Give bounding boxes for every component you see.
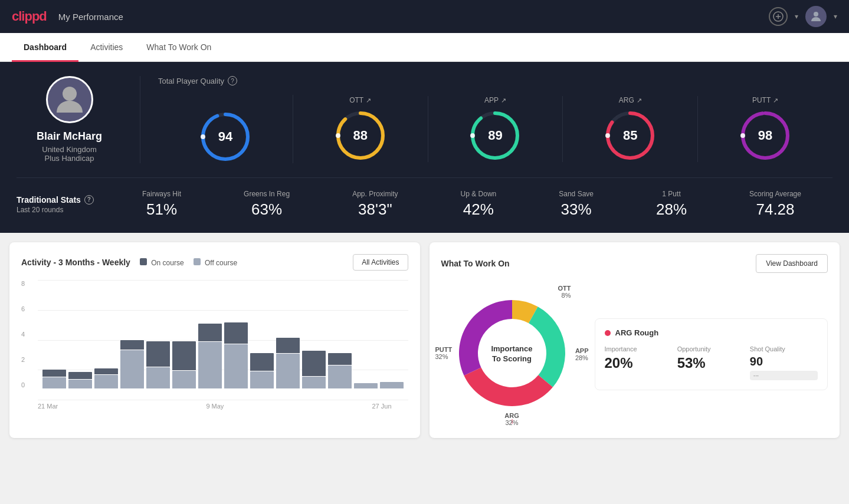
bar-off-5 — [172, 371, 196, 388]
stat-item-4: Sand Save 33% — [559, 190, 594, 219]
add-dropdown[interactable]: ▾ — [795, 12, 798, 21]
stat-item-1: Greens In Reg 63% — [244, 190, 290, 219]
player-info: Blair McHarg United Kingdom Plus Handica… — [17, 76, 140, 163]
svg-point-3 — [814, 12, 818, 17]
score-putt: PUTT ↗ 98 — [698, 96, 832, 162]
quality-section: Total Player Quality ? 94 OTT ↗ 88 — [140, 76, 832, 163]
svg-point-10 — [336, 133, 340, 138]
score-label-arg: ARG ↗ — [619, 96, 642, 104]
detail-metrics: Importance 20% Opportunity 53% Shot Qual… — [605, 345, 818, 380]
all-activities-button[interactable]: All Activities — [353, 254, 408, 271]
donut-seg-arg — [464, 368, 553, 406]
ott-label: OTT 8% — [558, 285, 571, 299]
stat-items: Fairways Hit 51% Greens In Reg 63% App. … — [111, 190, 832, 219]
stat-value-1: 63% — [251, 200, 282, 219]
stat-name-1: Greens In Reg — [244, 190, 290, 198]
stat-name-4: Sand Save — [559, 190, 594, 198]
bar-stack-11 — [328, 353, 352, 388]
ring-putt: 98 — [739, 109, 792, 162]
activity-title: Activity - 3 Months - Weekly — [21, 258, 130, 267]
donut-wrap: ImportanceTo Scoring OTT 8% APP 28% ARG … — [441, 282, 583, 426]
main-content: Activity - 3 Months - Weekly On course O… — [0, 233, 849, 447]
bar-off-12 — [354, 383, 378, 388]
bar-on-8 — [250, 353, 274, 371]
bar-group-11 — [328, 353, 352, 388]
score-label-putt: PUTT ↗ — [752, 96, 778, 104]
stats-info-icon[interactable]: ? — [84, 195, 94, 205]
score-ott: OTT ↗ 88 — [293, 96, 428, 162]
y-axis: 0 2 4 6 8 — [21, 280, 33, 388]
legend-on-course: On course — [140, 258, 184, 267]
bar-stack-1 — [68, 372, 92, 388]
work-on-title: What To Work On — [441, 259, 510, 268]
donut-dot-app — [566, 340, 571, 345]
bar-off-6 — [198, 342, 222, 388]
bar-on-9 — [276, 338, 300, 353]
ring-ott: 88 — [334, 109, 387, 162]
bar-group-8 — [250, 353, 274, 388]
ring-value-total: 94 — [218, 129, 232, 144]
hero-top: Blair McHarg United Kingdom Plus Handica… — [17, 76, 832, 178]
stat-value-4: 33% — [561, 200, 592, 219]
view-dashboard-button[interactable]: View Dashboard — [756, 254, 828, 273]
x-label-0: 21 Mar — [38, 403, 58, 410]
quality-info-icon[interactable]: ? — [228, 76, 237, 85]
bar-stack-3 — [120, 340, 144, 388]
tab-activities[interactable]: Activities — [78, 33, 135, 62]
bar-group-0 — [42, 370, 66, 388]
header-left: clippd My Performance — [12, 9, 123, 24]
bar-group-4 — [146, 341, 170, 388]
shot-quality-tag: ··· — [750, 371, 818, 380]
x-label-1: 9 May — [206, 403, 224, 410]
bar-group-6 — [198, 324, 222, 388]
nav-tabs: Dashboard Activities What To Work On — [0, 33, 849, 62]
stat-value-3: 42% — [463, 200, 494, 219]
metric-opportunity: Opportunity 53% — [677, 345, 745, 380]
tab-what-to-work-on[interactable]: What To Work On — [135, 33, 223, 62]
bar-group-12 — [354, 383, 378, 388]
score-label-ott: OTT ↗ — [349, 96, 371, 104]
bar-stack-10 — [302, 351, 326, 388]
bar-group-7 — [224, 322, 248, 388]
bar-off-1 — [68, 380, 92, 388]
bar-on-7 — [224, 322, 248, 344]
stat-item-0: Fairways Hit 51% — [142, 190, 181, 219]
chart-legend: On course Off course — [140, 258, 237, 267]
hero-section: Blair McHarg United Kingdom Plus Handica… — [0, 62, 849, 233]
bars-container — [38, 280, 408, 388]
bar-group-10 — [302, 351, 326, 388]
player-name: Blair McHarg — [37, 130, 102, 143]
avatar-dropdown[interactable]: ▾ — [834, 12, 837, 21]
donut-dot-ott — [524, 295, 529, 299]
bar-on-2 — [94, 368, 118, 374]
header-right: ▾ ▾ — [769, 6, 837, 27]
player-avatar — [46, 76, 93, 123]
stats-title: Traditional Stats ? — [17, 195, 111, 205]
legend-off-course: Off course — [194, 258, 237, 267]
stat-name-5: 1 Putt — [662, 190, 680, 198]
svg-point-4 — [63, 87, 77, 101]
detail-card: ARG Rough Importance 20% Opportunity 53%… — [595, 318, 828, 390]
x-label-2: 27 Jun — [372, 403, 391, 410]
donut-dot-putt — [461, 319, 466, 324]
header: clippd My Performance ▾ ▾ — [0, 0, 849, 33]
bar-stack-6 — [198, 324, 222, 388]
bar-group-2 — [94, 368, 118, 388]
bar-stack-5 — [172, 341, 196, 388]
stat-value-5: 28% — [656, 200, 687, 219]
bar-group-1 — [68, 372, 92, 388]
stat-item-5: 1 Putt 28% — [656, 190, 687, 219]
avatar[interactable] — [805, 6, 827, 27]
chart-area: 0 2 4 6 8 — [21, 280, 408, 410]
tab-dashboard[interactable]: Dashboard — [12, 33, 78, 62]
bar-stack-7 — [224, 322, 248, 388]
stats-label-block: Traditional Stats ? Last 20 rounds — [17, 195, 111, 214]
ring-value-app: 89 — [488, 128, 502, 143]
bar-off-4 — [146, 367, 170, 388]
stat-value-2: 38'3" — [358, 200, 392, 219]
on-course-dot — [140, 258, 147, 265]
donut-seg-app — [529, 307, 565, 387]
add-button[interactable] — [769, 7, 788, 26]
bar-stack-8 — [250, 353, 274, 388]
bar-group-3 — [120, 340, 144, 388]
